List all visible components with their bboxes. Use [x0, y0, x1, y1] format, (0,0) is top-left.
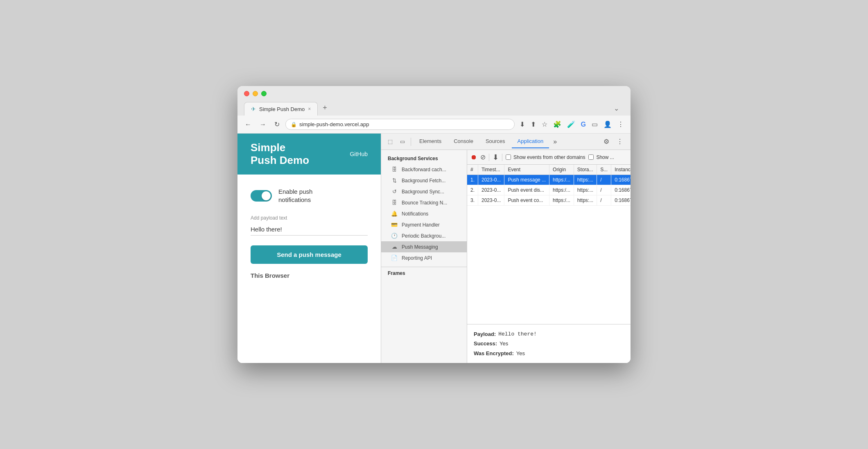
tab-more-button[interactable]: ⌄	[609, 101, 624, 116]
minimize-traffic-light[interactable]	[253, 91, 258, 96]
cell-storage: https:...	[574, 185, 597, 195]
download-icon[interactable]: ⬇	[518, 119, 527, 130]
cell-instance: 0:16867...	[611, 185, 631, 195]
sidebar-item-background-fetch[interactable]: ⇅ Background Fetch...	[381, 175, 467, 186]
success-value: Yes	[500, 339, 508, 348]
device-icon[interactable]: ▭	[397, 137, 408, 146]
more-tabs-button[interactable]: »	[550, 136, 560, 147]
account-icon[interactable]: 👤	[602, 119, 613, 130]
success-key: Success:	[474, 339, 497, 348]
show-more-label: Show ...	[588, 154, 614, 160]
download-button[interactable]: ⬇	[493, 153, 499, 162]
encrypted-key: Was Encrypted:	[474, 349, 514, 358]
col-event: Event	[504, 165, 549, 175]
col-storage: Stora...	[574, 165, 597, 175]
devtools-kebab-icon[interactable]: ⋮	[613, 136, 626, 147]
sidebar-item-background-sync[interactable]: ↺ Background Sync...	[381, 186, 467, 197]
inspector-icon[interactable]: ⬚	[384, 137, 396, 146]
payload-key: Payload:	[474, 329, 496, 339]
tab-sources[interactable]: Sources	[480, 135, 511, 148]
address-bar[interactable]: 🔒 simple-push-demo.vercel.app	[285, 119, 515, 130]
cell-num: 2.	[467, 185, 478, 195]
subtoolbar-separator2	[502, 154, 502, 161]
bookmark-icon[interactable]: ☆	[540, 119, 549, 130]
col-num: #	[467, 165, 478, 175]
devtools-close-button[interactable]: ×	[627, 136, 631, 147]
show-more-checkbox[interactable]	[588, 154, 594, 160]
site-header: Simple Push Demo GitHub	[237, 134, 381, 175]
table-row[interactable]: 3. 2023-0... Push event co... https:/...…	[467, 195, 631, 206]
devtools-main-pane: ⏺ ⊘ ⬇ Show events from other domains Sho…	[467, 150, 631, 363]
push-messaging-icon: ☁	[391, 244, 398, 250]
address-text: simple-push-demo.vercel.app	[299, 121, 369, 127]
cell-num: 1.	[467, 175, 478, 185]
tab-console[interactable]: Console	[448, 135, 479, 148]
lock-icon: 🔒	[291, 122, 297, 127]
devtools-sidebar: Background Services 🗄 Back/forward cach.…	[381, 150, 467, 363]
sidebar-item-notifications[interactable]: 🔔 Notifications	[381, 208, 467, 219]
devtools-settings-icon[interactable]: ⚙	[600, 136, 613, 147]
site-title: Simple Push Demo	[251, 141, 309, 167]
record-button[interactable]: ⏺	[470, 154, 477, 161]
active-tab[interactable]: ✈ Simple Push Demo ×	[244, 102, 318, 116]
cell-s: /	[597, 185, 611, 195]
sidebar-item-payment-handler[interactable]: 💳 Payment Handler	[381, 219, 467, 230]
tab-elements[interactable]: Elements	[414, 135, 447, 148]
send-push-button[interactable]: Send a push message	[251, 245, 368, 264]
push-notifications-toggle[interactable]	[251, 190, 272, 202]
cell-timestamp: 2023-0...	[478, 195, 504, 206]
sidebar-item-push-messaging[interactable]: ☁ Push Messaging	[381, 241, 467, 252]
clear-button[interactable]: ⊘	[480, 153, 486, 161]
toggle-row: Enable push notifications	[251, 188, 368, 204]
payload-input[interactable]	[251, 223, 368, 236]
share-icon[interactable]: ⬆	[529, 119, 538, 130]
this-browser-label: This Browser	[251, 272, 368, 279]
tab-application[interactable]: Application	[512, 135, 549, 148]
payment-handler-icon: 💳	[391, 222, 398, 228]
table-row[interactable]: 1. 2023-0... Push message ... https:/...…	[467, 175, 631, 185]
events-table: # Timest... Event Origin Stora... S... I…	[467, 165, 631, 206]
refresh-button[interactable]: ↻	[272, 119, 282, 130]
cast-icon[interactable]: ▭	[590, 119, 599, 130]
new-tab-button[interactable]: +	[318, 100, 332, 116]
profile-icon[interactable]: 🧪	[565, 119, 577, 130]
periodic-background-icon: 🕐	[391, 233, 398, 239]
show-other-domains-text: Show events from other domains	[513, 154, 585, 160]
sidebar-item-bounce-tracking[interactable]: 🗄 Bounce Tracking N...	[381, 197, 467, 208]
payload-value: Hello there!	[498, 329, 537, 339]
sidebar-item-periodic-background[interactable]: 🕐 Periodic Backgrou...	[381, 230, 467, 241]
back-button[interactable]: ←	[242, 119, 254, 130]
google-icon[interactable]: G	[579, 119, 588, 130]
maximize-traffic-light[interactable]	[261, 91, 267, 96]
sidebar-item-back-forward[interactable]: 🗄 Back/forward cach...	[381, 164, 467, 175]
show-other-domains-checkbox[interactable]	[506, 154, 511, 160]
col-s: S...	[597, 165, 611, 175]
show-other-domains-label: Show events from other domains	[506, 154, 585, 160]
sidebar-item-reporting-api[interactable]: 📄 Reporting API	[381, 252, 467, 263]
extensions-icon[interactable]: 🧩	[552, 119, 563, 130]
table-header-row: # Timest... Event Origin Stora... S... I…	[467, 165, 631, 175]
cell-event: Push event co...	[504, 195, 549, 206]
toggle-knob	[262, 191, 271, 200]
toolbar-separator	[411, 138, 411, 146]
table-row[interactable]: 2. 2023-0... Push event dis... https:/..…	[467, 185, 631, 195]
close-traffic-light[interactable]	[244, 91, 249, 96]
nav-actions: ⬇ ⬆ ☆ 🧩 🧪 G ▭ 👤 ⋮	[518, 119, 626, 130]
detail-success-row: Success: Yes	[474, 339, 631, 348]
tab-close-button[interactable]: ×	[308, 106, 311, 112]
title-bar: ✈ Simple Push Demo × + ⌄	[237, 86, 631, 116]
payload-section: Add payload text	[251, 215, 368, 236]
detail-payload-row: Payload: Hello there!	[474, 329, 631, 339]
events-table-area: # Timest... Event Origin Stora... S... I…	[467, 165, 631, 324]
tab-favicon: ✈	[251, 106, 256, 112]
main-content: Simple Push Demo GitHub Enable push noti…	[237, 134, 631, 363]
toggle-label: Enable push notifications	[278, 188, 312, 204]
site-title-line1: Simple	[251, 141, 309, 154]
forward-button[interactable]: →	[257, 119, 269, 130]
back-forward-icon: 🗄	[391, 166, 398, 172]
menu-icon[interactable]: ⋮	[616, 119, 626, 130]
devtools-toolbar: ⬚ ▭ Elements Console Sources Application…	[381, 134, 631, 150]
github-link[interactable]: GitHub	[350, 151, 368, 157]
cell-origin: https:/...	[549, 175, 574, 185]
tabs-row: ✈ Simple Push Demo × + ⌄	[244, 100, 624, 116]
